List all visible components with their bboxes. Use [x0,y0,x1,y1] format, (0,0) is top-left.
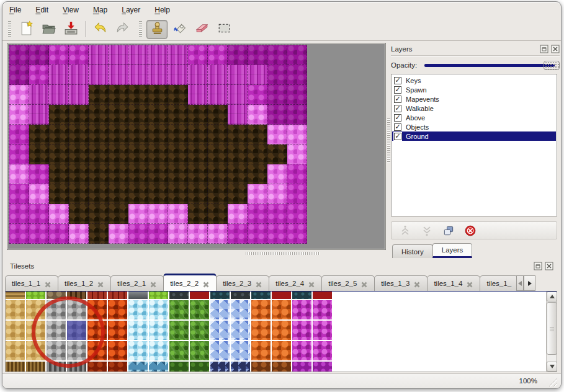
map-tile-magenta-pillar[interactable] [168,45,188,65]
tileset-tile-tan[interactable] [26,341,45,360]
layer-row-keys[interactable]: Keys [392,76,556,85]
vertical-splitter[interactable] [387,118,390,163]
scroll-down-button[interactable] [547,362,557,372]
tileset-tile-scale[interactable] [128,300,148,319]
map-tile-magenta-pillar[interactable] [228,65,248,85]
map-tile-dark-brown[interactable] [89,184,109,204]
map-tile-light-pink[interactable] [287,125,307,145]
map-tile-dark-brown[interactable] [128,164,148,184]
tileset-tile-gray[interactable] [128,292,148,299]
open-map-button[interactable] [38,20,59,39]
tileset-tile-mag[interactable] [313,321,332,340]
close-panel-button[interactable] [551,45,560,53]
tileset-tile-iced[interactable] [128,362,148,372]
resize-grip[interactable] [547,377,557,386]
map-tile-dark-brown[interactable] [109,125,128,145]
map-viewport[interactable] [7,43,386,250]
map-tile-magenta-pillar[interactable] [188,65,208,85]
map-tile-dark-brown[interactable] [69,184,89,204]
redo-button[interactable] [112,20,133,39]
map-tile-dark-magenta[interactable] [29,45,49,65]
map-tile-magenta[interactable] [49,224,69,244]
tileset-tile-lava[interactable] [87,341,107,360]
layer-visibility-checkbox[interactable] [394,86,401,94]
map-tile-dark-brown[interactable] [69,145,89,164]
map-tile-dark-brown[interactable] [228,164,248,184]
map-tile-dark-brown[interactable] [128,184,148,204]
tileset-tab-tiles_1_[interactable]: tiles_1_ [480,275,518,291]
select-tool-button[interactable] [213,20,235,39]
tileset-tile-scale[interactable] [149,300,168,319]
fill-tool-button[interactable] [169,20,190,39]
tabs-scroll-right-button[interactable] [524,275,535,291]
layer-row-objects[interactable]: Objects [392,122,556,131]
map-tile-dark-brown[interactable] [267,145,287,164]
scroll-up-button[interactable] [547,292,557,301]
map-tile-dark-brown[interactable] [49,164,69,184]
tileset-tile-bumpd[interactable] [272,362,291,372]
map-tile-dark-brown[interactable] [148,145,168,164]
tileset-tile-vine[interactable] [190,300,209,319]
tab-close-icon[interactable] [150,280,157,287]
map-tile-dark-brown[interactable] [188,125,208,145]
tileset-tab-tiles_2_2[interactable]: tiles_2_2 [163,274,217,291]
map-tile-magenta[interactable] [29,224,49,244]
tileset-tile-bump[interactable] [251,321,271,340]
tileset-tile-lava[interactable] [108,341,127,360]
tileset-tile-crystald[interactable] [231,362,250,372]
tileset-tile-stone[interactable] [47,300,66,319]
tileset-tile-crystal[interactable] [210,341,230,360]
map-tile-dark-brown[interactable] [49,125,69,145]
new-map-button[interactable] [16,20,37,39]
tileset-tile-vined[interactable] [190,362,209,372]
map-tile-light-pink[interactable] [287,145,307,164]
delete-layer-button[interactable] [464,224,478,238]
map-tile-dark-brown[interactable] [69,105,89,125]
tileset-tile-fringe[interactable] [6,362,25,372]
undo-button[interactable] [89,20,110,39]
map-tile-light-pink[interactable] [9,164,29,184]
layer-visibility-checkbox[interactable] [394,77,401,84]
map-tile-magenta-pillar[interactable] [168,65,188,85]
tileset-tile-tan[interactable] [6,341,25,360]
map-tile-light-pink[interactable] [168,204,188,224]
map-tile-dark-brown[interactable] [228,184,248,204]
layer-row-mapevents[interactable]: Mapevents [392,94,556,104]
tileset-tile-lava[interactable] [108,300,127,319]
map-tile-light-pink[interactable] [109,224,128,244]
map-tile-dark-magenta[interactable] [287,45,307,65]
map-tile-magenta[interactable] [29,65,49,85]
map-tile-dark-brown[interactable] [148,184,168,204]
tab-close-icon[interactable] [44,280,51,287]
map-tile-dark-brown[interactable] [89,224,109,244]
tileset-tab-tiles_1_3[interactable]: tiles_1_3 [374,275,427,291]
map-tile-dark-brown[interactable] [208,204,228,224]
map-tile-magenta[interactable] [287,224,307,244]
map-tile-magenta-pillar[interactable] [109,65,128,85]
map-tile-dark-brown[interactable] [109,184,128,204]
map-tile-dark-magenta[interactable] [248,45,267,65]
map-tile-dark-brown[interactable] [228,125,248,145]
map-tile-light-pink[interactable] [148,204,168,224]
tileset-tile-vine[interactable] [169,321,189,340]
tileset-tile-mag[interactable] [292,321,311,340]
menu-view[interactable]: View [63,6,79,14]
map-tile-dark-brown[interactable] [109,85,128,105]
tileset-tile-lava[interactable] [108,321,127,340]
tileset-tile-stoneb[interactable] [47,292,66,299]
menu-map[interactable]: Map [93,6,107,14]
tileset-tile-crystal[interactable] [210,321,230,340]
scrollbar-thumb[interactable] [547,302,557,355]
map-tile-light-pink[interactable] [267,164,287,184]
map-tile-magenta-pillar[interactable] [208,85,228,105]
map-tile-dark-brown[interactable] [89,164,109,184]
horizontal-splitter[interactable] [246,252,320,255]
tileset-tile-lava[interactable] [87,300,107,319]
tab-close-icon[interactable] [202,280,210,287]
menu-layer[interactable]: Layer [122,6,140,14]
map-tile-dark-brown[interactable] [128,85,148,105]
map-tile-dark-brown[interactable] [69,164,89,184]
map-tile-magenta-pillar[interactable] [228,105,248,125]
tileset-tile-bump[interactable] [272,300,291,319]
tileset-tile-wood[interactable] [67,292,86,299]
